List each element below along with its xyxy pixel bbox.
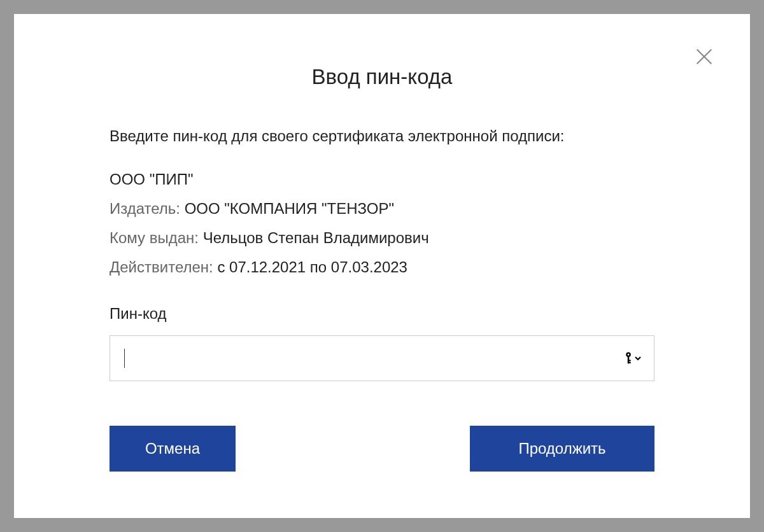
issued-to-value: Чельцов Степан Владимирович	[203, 229, 429, 246]
company-name: ООО "ПИП"	[110, 171, 654, 188]
key-dropdown-button[interactable]	[624, 352, 641, 365]
issuer-value: ООО "КОМПАНИЯ "ТЕНЗОР"	[185, 200, 394, 217]
pin-code-input[interactable]	[123, 336, 616, 381]
validity-label: Действителен:	[110, 258, 217, 276]
svg-rect-6	[629, 362, 631, 363]
issuer-label: Издатель:	[110, 200, 185, 217]
svg-point-3	[628, 354, 630, 356]
key-icon	[624, 352, 633, 365]
issuer-row: Издатель: ООО "КОМПАНИЯ "ТЕНЗОР"	[110, 200, 654, 218]
chevron-down-icon	[635, 356, 641, 361]
validity-value: с 07.12.2021 по 07.03.2023	[217, 258, 407, 276]
issued-to-label: Кому выдан:	[110, 229, 203, 246]
close-button[interactable]	[693, 46, 715, 67]
continue-button[interactable]: Продолжить	[470, 426, 654, 472]
close-icon	[693, 46, 715, 67]
instruction-text: Введите пин-код для своего сертификата э…	[110, 127, 654, 145]
issued-to-row: Кому выдан: Чельцов Степан Владимирович	[110, 229, 654, 247]
button-row: Отмена Продолжить	[110, 426, 654, 472]
pin-input-wrapper[interactable]	[110, 335, 654, 381]
pin-code-dialog: Ввод пин-кода Введите пин-код для своего…	[14, 14, 750, 518]
cancel-button[interactable]: Отмена	[110, 426, 236, 472]
dialog-title: Ввод пин-кода	[110, 65, 654, 89]
validity-row: Действителен: с 07.12.2021 по 07.03.2023	[110, 258, 654, 276]
svg-rect-5	[629, 360, 631, 361]
certificate-info: ООО "ПИП" Издатель: ООО "КОМПАНИЯ "ТЕНЗО…	[110, 171, 654, 276]
pin-code-label: Пин-код	[110, 305, 654, 323]
text-cursor	[124, 349, 125, 368]
